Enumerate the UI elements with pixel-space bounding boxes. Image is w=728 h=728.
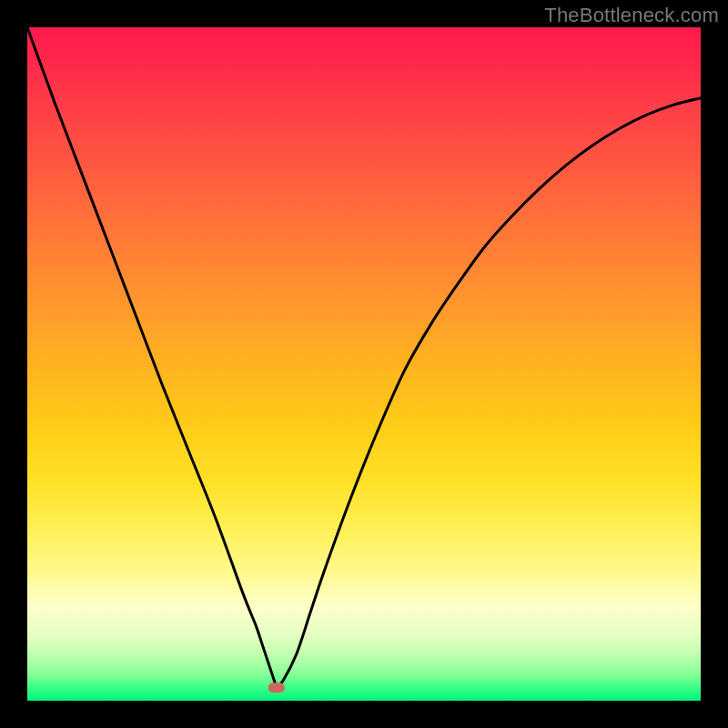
watermark-text: TheBottleneck.com <box>544 4 719 27</box>
bottleneck-curve <box>27 27 701 687</box>
curve-layer <box>27 27 701 701</box>
plot-area <box>27 27 701 701</box>
chart-frame: TheBottleneck.com <box>0 0 728 728</box>
optimum-marker <box>268 682 285 693</box>
